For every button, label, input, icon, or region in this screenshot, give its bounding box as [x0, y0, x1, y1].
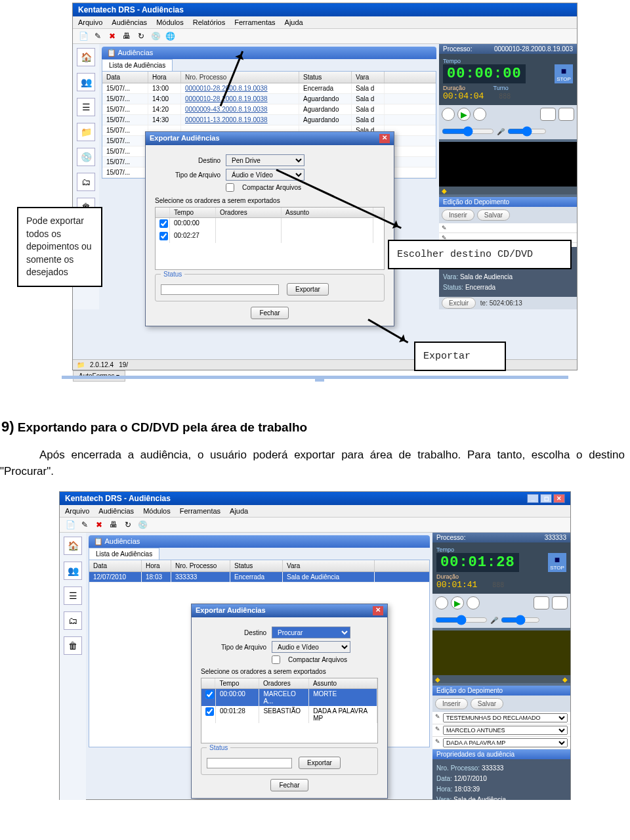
close-icon[interactable]: ✕ — [379, 134, 390, 143]
depo-select[interactable]: DADA A PALAVRA MP — [443, 738, 568, 747]
mic-slider[interactable] — [501, 615, 540, 625]
list-icon[interactable]: ☰ — [77, 98, 95, 116]
tb-delete-icon[interactable]: ✖ — [94, 519, 104, 530]
disc-icon[interactable]: 💿 — [77, 148, 95, 166]
stop-button[interactable]: STOP — [548, 553, 566, 572]
row-chk[interactable] — [205, 707, 214, 716]
tipo-select[interactable]: Áudio e Vídeo — [226, 169, 304, 181]
table-row[interactable]: 15/07/...14:000000010-28.2000.8.19.0038A… — [102, 94, 436, 104]
tb-print-icon[interactable]: 🖶 — [121, 31, 132, 41]
col-hora[interactable]: Hora — [142, 560, 171, 571]
tb-cd-icon[interactable]: 💿 — [150, 31, 161, 41]
tb-new-icon[interactable]: 📄 — [78, 31, 89, 41]
tb-edit-icon[interactable]: ✎ — [93, 31, 103, 41]
vol-slider[interactable] — [435, 615, 488, 625]
folder-icon: 📁 — [77, 361, 85, 368]
fwd-button[interactable]: ▶▶ — [552, 596, 568, 609]
close-icon[interactable]: ✕ — [373, 606, 383, 615]
users-icon[interactable]: 👥 — [64, 562, 82, 580]
col-hora[interactable]: Hora — [148, 72, 181, 83]
pause-button[interactable]: ⏸ — [467, 596, 480, 609]
right-panel: Processo:0000010-28.2000.8.19.003 Tempo … — [439, 44, 577, 309]
fwd-button[interactable]: ▶▶ — [558, 108, 574, 121]
list-icon[interactable]: ☰ — [64, 586, 82, 605]
table-row[interactable]: 15/07/...14:200000009-43.2000.8.19.0038A… — [102, 104, 436, 115]
ed-depo-title: Edição do Depoimento — [432, 686, 570, 696]
play-button[interactable]: ▶ — [457, 108, 471, 121]
menu-ferramentas[interactable]: Ferramentas — [234, 18, 275, 26]
exportar-button[interactable]: Exportar — [287, 283, 329, 296]
tb-refresh-icon[interactable]: ↻ — [123, 519, 133, 530]
col-proc[interactable]: Nro. Processo — [181, 72, 299, 83]
exportar-button[interactable]: Exportar — [299, 757, 341, 769]
tab-lista[interactable]: Lista de Audiências — [89, 548, 159, 560]
salvar-button[interactable]: Salvar — [471, 698, 503, 709]
stop-button[interactable]: STOP — [555, 64, 573, 83]
folder-icon[interactable]: 📁 — [77, 123, 95, 141]
menu-ferramentas[interactable]: Ferramentas — [180, 507, 220, 515]
compact-checkbox[interactable] — [272, 655, 280, 664]
row-chk[interactable] — [205, 690, 214, 699]
table-row[interactable]: 15/07/...14:300000011-13.2000.8.19.0038A… — [102, 115, 436, 125]
trash-icon[interactable]: 🗑 — [64, 636, 82, 655]
tb-edit-icon[interactable]: ✎ — [79, 519, 90, 530]
fechar-button[interactable]: Fechar — [251, 307, 288, 319]
depo-select[interactable]: MARCELO ANTUNES — [443, 726, 568, 735]
home-icon[interactable]: 🏠 — [64, 537, 82, 555]
col-vara[interactable]: Vara — [283, 560, 375, 571]
menu-modulos[interactable]: Módulos — [156, 18, 184, 26]
menu-arquivo[interactable]: Arquivo — [65, 507, 89, 515]
col-proc[interactable]: Nro. Processo — [171, 560, 230, 571]
rec-button[interactable]: ● — [442, 108, 455, 121]
col-status[interactable]: Status — [230, 560, 283, 571]
fechar-button[interactable]: Fechar — [270, 779, 308, 791]
menu-ajuda[interactable]: Ajuda — [285, 18, 303, 26]
users-icon[interactable]: 👥 — [77, 73, 95, 91]
col-vara[interactable]: Vara — [352, 72, 385, 83]
card-icon[interactable]: 🗂 — [64, 611, 82, 630]
table-row[interactable]: 12/07/2010 18:03 333333 Encerrada Sala d… — [89, 572, 429, 583]
col-data[interactable]: Data — [89, 560, 142, 571]
tb-cd-icon[interactable]: 💿 — [137, 519, 148, 530]
inserir-button[interactable]: Inserir — [435, 698, 468, 709]
col-status[interactable]: Status — [299, 72, 352, 83]
tb-delete-icon[interactable]: ✖ — [107, 31, 117, 41]
inserir-button[interactable]: Inserir — [442, 210, 474, 221]
table-row[interactable]: 15/07/...13:000000010-28.2000.8.19.0038E… — [102, 83, 436, 94]
rew-button[interactable]: ◀◀ — [540, 108, 556, 121]
depo-select[interactable]: TESTEMUNHAS DO RECLAMADO — [443, 713, 568, 722]
destino-select[interactable]: Pen Drive — [226, 154, 304, 166]
play-button[interactable]: ▶ — [451, 596, 464, 609]
salvar-button[interactable]: Salvar — [477, 210, 510, 221]
menu-audiencias[interactable]: Audiências — [112, 18, 147, 26]
destino-select[interactable]: Procurar — [272, 627, 350, 638]
tipo-select[interactable]: Audio e Vídeo — [272, 641, 350, 653]
tb-new-icon[interactable]: 📄 — [65, 519, 75, 530]
menu-modulos[interactable]: Módulos — [143, 507, 171, 515]
rew-button[interactable]: ◀◀ — [534, 596, 549, 609]
mic-slider[interactable] — [507, 126, 547, 137]
vol-slider[interactable] — [442, 126, 494, 137]
menu-arquivo[interactable]: Arquivo — [78, 18, 102, 26]
menu-relatorios[interactable]: Relatórios — [193, 18, 226, 26]
tb-print-icon[interactable]: 🖶 — [108, 519, 119, 530]
row-chk[interactable] — [159, 232, 168, 240]
pen-icon: ✎ — [442, 225, 447, 231]
col-data[interactable]: Data — [102, 72, 148, 83]
compact-checkbox[interactable] — [226, 183, 234, 192]
proc-label: Processo: — [443, 45, 472, 53]
row-chk[interactable] — [159, 219, 168, 228]
tb-refresh-icon[interactable]: ↻ — [136, 31, 146, 41]
tab-lista[interactable]: Lista de Audiências — [102, 59, 173, 71]
menu-ajuda[interactable]: Ajuda — [230, 507, 248, 515]
rec-button[interactable]: ● — [435, 596, 448, 609]
menu-audiencias[interactable]: Audiências — [98, 507, 134, 515]
pause-button[interactable]: ⏸ — [473, 108, 486, 121]
max-button[interactable]: ◻ — [540, 494, 552, 503]
tb-export-icon[interactable]: 🌐 — [165, 31, 175, 41]
close-button[interactable]: ✕ — [553, 494, 565, 503]
home-icon[interactable]: 🏠 — [77, 48, 95, 66]
excluir-button[interactable]: Excluir — [442, 298, 476, 309]
min-button[interactable]: _ — [527, 494, 539, 503]
card-icon[interactable]: 🗂 — [77, 173, 95, 191]
